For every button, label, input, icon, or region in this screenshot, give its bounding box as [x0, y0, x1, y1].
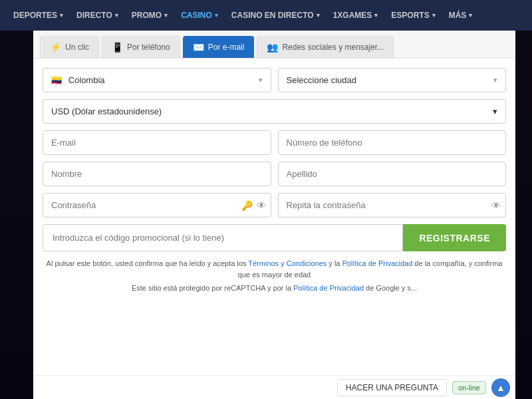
repeat-password-icons: 👁	[491, 200, 501, 211]
hacer-pregunta-button[interactable]: HACER UNA PREGUNTA	[337, 379, 447, 396]
eye-icon[interactable]: 👁	[491, 200, 501, 211]
chevron-down-icon: ▾	[317, 12, 320, 19]
email-phone-row	[43, 130, 506, 155]
city-dropdown[interactable]: Seleccione ciudad ▾	[278, 68, 507, 92]
terms-link[interactable]: Términos y Condiciones	[248, 259, 327, 267]
country-city-row: 🇨🇴 Colombia ▾ Seleccione ciudad ▾	[43, 68, 506, 92]
scroll-top-button[interactable]: ▲	[491, 378, 510, 397]
nav-directo[interactable]: DIRECTO ▾	[70, 0, 125, 31]
registration-modal: ⚡ Un clic 📱 Por teléfono ✉️ Por e-mail 👥…	[33, 31, 515, 399]
top-nav: DEPORTES ▾ DIRECTO ▾ PROMO ▾ CASINO ▾ CA…	[0, 0, 532, 31]
name-row	[43, 162, 506, 186]
nav-casino-directo[interactable]: CASINO EN DIRECTO ▾	[225, 0, 327, 31]
nav-mas[interactable]: MÁS ▾	[442, 0, 479, 31]
chevron-down-icon: ▾	[115, 12, 118, 19]
chevron-down-icon: ▾	[493, 106, 497, 116]
password-wrapper: 🔑 👁	[43, 193, 271, 217]
currency-row: USD (Dólar estadounidense) ▾	[43, 99, 506, 124]
password-icons: 🔑 👁	[241, 200, 266, 211]
chevron-down-icon: ▾	[215, 12, 218, 19]
tab-one-click[interactable]: ⚡ Un clic	[40, 36, 99, 58]
phone-field[interactable]	[278, 130, 507, 155]
promo-code-field[interactable]	[43, 224, 403, 251]
currency-dropdown[interactable]: USD (Dólar estadounidense) ▾	[43, 99, 506, 124]
registration-tabs: ⚡ Un clic 📱 Por teléfono ✉️ Por e-mail 👥…	[33, 31, 515, 59]
lastname-field[interactable]	[278, 162, 507, 186]
chevron-down-icon: ▾	[432, 12, 436, 19]
register-button[interactable]: REGISTRARSE	[403, 224, 506, 251]
email-icon: ✉️	[193, 42, 204, 53]
legal-text: Al pulsar este botón, usted confirma que…	[43, 258, 506, 280]
colombia-flag: 🇨🇴	[51, 75, 62, 85]
repeat-password-field[interactable]	[278, 193, 507, 217]
recaptcha-text: Este sitio está protegido por reCAPTCHA …	[43, 284, 506, 292]
tab-social[interactable]: 👥 Redes sociales y mensajer...	[257, 36, 394, 58]
phone-icon: 📱	[112, 42, 123, 53]
online-badge: on-line	[452, 381, 486, 394]
chevron-down-icon: ▾	[164, 12, 168, 19]
chevron-up-icon: ▲	[496, 382, 505, 393]
tab-phone[interactable]: 📱 Por teléfono	[102, 36, 180, 58]
social-icon: 👥	[267, 42, 278, 53]
nav-promo[interactable]: PROMO ▾	[125, 0, 174, 31]
nav-1xgames[interactable]: 1XGAMES ▾	[327, 0, 385, 31]
country-dropdown[interactable]: 🇨🇴 Colombia ▾	[43, 68, 271, 92]
name-field[interactable]	[43, 162, 271, 186]
email-field[interactable]	[43, 130, 271, 155]
google-privacy-link[interactable]: Política de Privacidad	[293, 284, 364, 292]
chevron-down-icon: ▾	[259, 76, 263, 84]
chevron-down-icon: ▾	[60, 12, 63, 19]
bottom-bar: HACER UNA PREGUNTA on-line ▲	[33, 375, 515, 399]
chevron-down-icon: ▾	[493, 76, 497, 84]
promo-register-row: REGISTRARSE	[43, 224, 506, 251]
repeat-password-wrapper: 👁	[278, 193, 507, 217]
chevron-down-icon: ▾	[374, 12, 378, 19]
lightning-icon: ⚡	[50, 42, 61, 53]
key-icon: 🔑	[241, 200, 253, 211]
nav-casino[interactable]: CASINO ▾	[174, 0, 225, 31]
nav-esports[interactable]: ESPORTS ▾	[384, 0, 442, 31]
chevron-down-icon: ▾	[469, 12, 472, 19]
eye-icon[interactable]: 👁	[257, 200, 266, 211]
password-field[interactable]	[43, 193, 271, 217]
form-area: 🇨🇴 Colombia ▾ Seleccione ciudad ▾ USD (D…	[33, 59, 515, 299]
tab-email[interactable]: ✉️ Por e-mail	[183, 36, 255, 58]
password-row: 🔑 👁 👁	[43, 193, 506, 217]
privacy-link[interactable]: Política de Privacidad	[342, 259, 413, 267]
nav-deportes[interactable]: DEPORTES ▾	[7, 0, 70, 31]
